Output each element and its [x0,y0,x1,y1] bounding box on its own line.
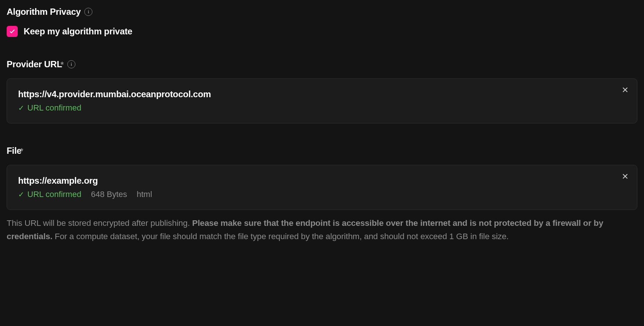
file-url-value: https://example.org [18,176,626,186]
clear-provider-button[interactable] [621,85,630,94]
section-header: Provider URL* i [7,59,637,69]
help-prefix: This URL will be stored encrypted after … [7,218,192,228]
provider-confirmed-status: ✓ URL confirmed [18,103,81,113]
file-title: File* [7,146,23,156]
file-confirmed-status: ✓ URL confirmed [18,190,81,199]
file-help-text: This URL will be stored encrypted after … [7,217,637,243]
algorithm-privacy-section: Algorithm Privacy i Keep my algorithm pr… [7,7,637,37]
privacy-checkbox-row: Keep my algorithm private [7,26,637,37]
check-icon [9,28,16,35]
file-section: File* https://example.org ✓ URL confirme… [7,146,637,243]
file-status-row: ✓ URL confirmed 648 Bytes html [18,190,626,199]
privacy-checkbox[interactable] [7,26,18,37]
confirmed-text: URL confirmed [27,190,81,199]
check-icon: ✓ [18,190,24,199]
info-icon[interactable]: i [67,60,75,68]
section-header: Algorithm Privacy i [7,7,637,17]
help-suffix: For a compute dataset, your file should … [52,232,509,241]
check-icon: ✓ [18,103,24,112]
confirmed-text: URL confirmed [27,103,81,113]
section-header: File* [7,146,637,156]
provider-url-input-box: https://v4.provider.mumbai.oceanprotocol… [7,78,637,123]
file-input-box: https://example.org ✓ URL confirmed 648 … [7,165,637,210]
required-asterisk: * [61,60,64,69]
info-icon[interactable]: i [84,8,92,16]
provider-url-value: https://v4.provider.mumbai.oceanprotocol… [18,89,626,99]
privacy-checkbox-label: Keep my algorithm private [24,26,132,37]
provider-title: Provider URL* [7,59,64,69]
file-size: 648 Bytes [91,190,127,199]
provider-status-row: ✓ URL confirmed [18,103,626,113]
close-icon [621,173,629,180]
provider-url-section: Provider URL* i https://v4.provider.mumb… [7,59,637,123]
file-type: html [137,190,152,199]
clear-file-button[interactable] [621,172,630,181]
required-asterisk: * [20,146,23,156]
close-icon [621,86,629,94]
file-title-text: File [7,146,21,156]
provider-title-text: Provider URL [7,59,62,69]
privacy-title: Algorithm Privacy [7,7,81,17]
